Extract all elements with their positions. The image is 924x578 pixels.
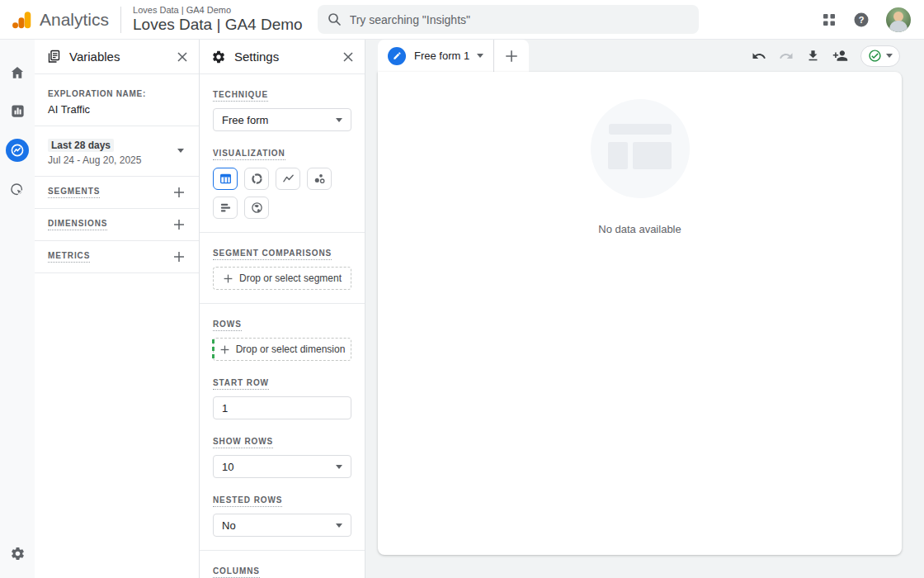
variables-close-icon[interactable]: [176, 50, 189, 64]
rows-drop-zone[interactable]: Drop or select dimension: [213, 338, 351, 361]
segments-section[interactable]: SEGMENTS: [35, 177, 199, 209]
viz-donut-button[interactable]: [244, 168, 269, 190]
exploration-canvas-area: Free form 1: [365, 40, 924, 578]
date-range-caret-icon: [177, 149, 184, 153]
app-name: Analytics: [40, 10, 109, 30]
date-range-preset: Last 28 days: [48, 139, 114, 152]
rows-drop-label: Drop or select dimension: [236, 343, 346, 355]
nested-rows-select[interactable]: No: [213, 514, 351, 537]
segment-comparisons-label: SEGMENT COMPARISONS: [213, 249, 332, 260]
show-rows-value: 10: [222, 461, 233, 473]
search-bar[interactable]: [318, 5, 699, 34]
top-app-bar: Analytics Loves Data | GA4 Demo Loves Da…: [0, 0, 924, 40]
visualization-picker: [213, 168, 345, 219]
segment-drop-zone[interactable]: Drop or select segment: [213, 267, 351, 290]
applied-steps-button[interactable]: [860, 45, 900, 67]
start-row-field[interactable]: [213, 396, 351, 419]
technique-value: Free form: [222, 114, 268, 126]
admin-gear-icon[interactable]: [7, 543, 27, 563]
segments-label: SEGMENTS: [48, 187, 100, 198]
variables-icon: [46, 50, 61, 64]
metrics-section[interactable]: METRICS: [35, 241, 199, 273]
settings-title: Settings: [234, 50, 279, 64]
viz-table-button[interactable]: [213, 168, 238, 190]
tab-free-form-1[interactable]: Free form 1: [378, 40, 493, 72]
technique-label: TECHNIQUE: [213, 90, 268, 102]
variables-title: Variables: [69, 50, 120, 64]
exploration-name-label: EXPLORATION NAME:: [48, 89, 146, 100]
nested-rows-caret-icon: [336, 524, 342, 528]
dimensions-label: DIMENSIONS: [48, 219, 107, 230]
google-analytics-logo: [12, 9, 33, 31]
start-row-label: START ROW: [213, 378, 269, 390]
viz-geo-map-button[interactable]: [244, 197, 269, 219]
tab-caret-icon[interactable]: [477, 54, 483, 58]
applied-steps-caret-icon: [886, 54, 893, 58]
add-segment-icon[interactable]: [172, 186, 186, 199]
plus-icon: [223, 273, 233, 284]
google-apps-grid-icon[interactable]: [822, 12, 837, 27]
technique-select[interactable]: Free form: [213, 108, 351, 131]
redo-icon[interactable]: [779, 49, 794, 64]
nested-rows-value: No: [222, 519, 236, 532]
add-metric-icon[interactable]: [172, 250, 186, 263]
exploration-name-block[interactable]: EXPLORATION NAME: AI Traffic: [35, 74, 199, 126]
no-data-message: No data available: [598, 223, 681, 235]
header-divider: [120, 7, 121, 33]
show-rows-label: SHOW ROWS: [213, 437, 273, 448]
start-row-input[interactable]: [222, 402, 342, 415]
breadcrumb-property: Loves Data | GA4 Demo: [133, 16, 303, 34]
rows-label: ROWS: [213, 320, 242, 331]
add-tab-button[interactable]: [494, 40, 529, 72]
date-range-value: Jul 24 - Aug 20, 2025: [48, 154, 186, 166]
home-icon[interactable]: [7, 63, 27, 83]
visualization-label: VISUALIZATION: [213, 149, 285, 160]
check-circle-icon: [868, 49, 882, 63]
search-icon: [328, 12, 342, 26]
variables-panel: Variables EXPLORATION NAME: AI Traffic L…: [35, 40, 200, 578]
breadcrumb[interactable]: Loves Data | GA4 Demo Loves Data | GA4 D…: [133, 5, 303, 33]
tab-strip: Free form 1: [365, 40, 924, 72]
share-with-people-icon[interactable]: [832, 48, 848, 64]
segment-drop-label: Drop or select segment: [239, 272, 342, 284]
search-input[interactable]: [350, 13, 689, 26]
viz-bar-button[interactable]: [213, 197, 238, 219]
breadcrumb-account: Loves Data | GA4 Demo: [133, 5, 303, 16]
canvas-toolbar: [752, 40, 924, 72]
pencil-icon: [388, 47, 406, 65]
add-dimension-icon[interactable]: [172, 218, 186, 231]
svg-text:?: ?: [859, 15, 865, 25]
nested-rows-label: NESTED ROWS: [213, 495, 282, 507]
tab-label: Free form 1: [414, 50, 470, 62]
dimensions-section[interactable]: DIMENSIONS: [35, 209, 199, 241]
left-nav-rail: [0, 40, 35, 578]
show-rows-select[interactable]: 10: [213, 455, 351, 478]
reports-icon[interactable]: [7, 101, 27, 121]
help-icon[interactable]: ?: [853, 12, 870, 28]
settings-gear-icon: [211, 50, 226, 64]
viz-line-button[interactable]: [276, 168, 300, 190]
exploration-name-value[interactable]: AI Traffic: [48, 103, 186, 116]
empty-table-illustration: [591, 99, 690, 198]
technique-caret-icon: [336, 118, 342, 122]
date-range-selector[interactable]: Last 28 days Jul 24 - Aug 20, 2025: [35, 126, 199, 177]
columns-label: COLUMNS: [213, 566, 260, 578]
metrics-label: METRICS: [48, 251, 90, 263]
settings-close-icon[interactable]: [342, 50, 355, 64]
tab-settings-panel: Settings TECHNIQUE Free form VISUALIZATI…: [200, 40, 365, 578]
advertising-icon[interactable]: [7, 180, 27, 200]
plus-icon: [219, 344, 230, 355]
download-icon[interactable]: [806, 49, 820, 63]
empty-state: No data available: [591, 72, 690, 235]
undo-icon[interactable]: [752, 49, 766, 64]
explore-icon[interactable]: [6, 139, 29, 162]
show-rows-caret-icon: [336, 465, 342, 469]
viz-scatter-button[interactable]: [307, 168, 332, 190]
visualization-canvas[interactable]: No data available: [378, 72, 902, 555]
user-avatar[interactable]: [886, 7, 911, 32]
